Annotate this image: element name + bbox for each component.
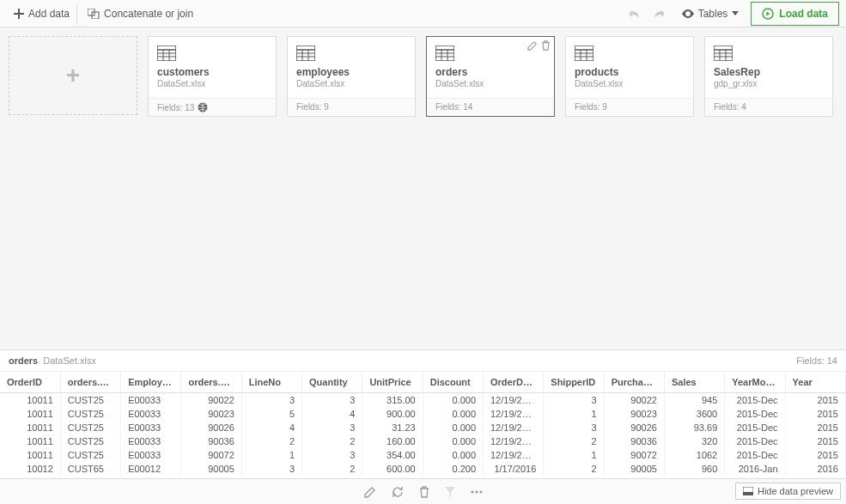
cell: 1/17/2016 — [484, 462, 544, 476]
trash-icon — [541, 40, 551, 51]
add-data-button[interactable]: Add data — [7, 4, 77, 23]
cell: 354.00 — [362, 448, 423, 462]
cell: 2015-Dec — [725, 434, 785, 448]
top-toolbar: Add data Concatenate or join Tables Load… — [0, 0, 846, 27]
card-footer: Fields: 4 — [705, 98, 832, 115]
cell: 0.000 — [423, 407, 483, 421]
cell: 90036 — [181, 434, 241, 448]
column-header[interactable]: EmployeeKey — [121, 372, 181, 393]
table-row[interactable]: 10012CUST65E000129000532600.000.2001/17/… — [0, 462, 846, 476]
cell: 0.000 — [423, 421, 483, 434]
tables-view-button[interactable]: Tables — [675, 4, 746, 23]
cell: 90022 — [181, 393, 241, 408]
delete-button[interactable] — [419, 486, 429, 498]
table-card-SalesRep[interactable]: SalesRepgdp_gr.xlsxFields: 4 — [704, 36, 833, 117]
cell: 12/19/2015 — [484, 421, 544, 434]
table-card-orders[interactable]: ordersDataSet.xlsxFields: 14 — [426, 36, 555, 117]
table-card-employees[interactable]: employeesDataSet.xlsxFields: 9 — [287, 36, 416, 117]
table-row[interactable]: 10011CUST25E000339002354900.000.00012/19… — [0, 407, 846, 421]
cell: 2 — [241, 434, 301, 448]
join-icon — [88, 9, 100, 19]
data-preview-grid[interactable]: OrderIDorders.Cust...EmployeeKeyorders.P… — [0, 372, 846, 478]
cell: 90026 — [604, 421, 664, 434]
load-data-label: Load data — [779, 8, 828, 20]
plus-icon — [14, 9, 24, 19]
cell: E00033 — [121, 434, 181, 448]
preview-fields-count: Fields: 14 — [796, 355, 837, 366]
cell: 90036 — [604, 434, 664, 448]
cell: CUST25 — [60, 421, 120, 434]
cell: CUST25 — [60, 407, 120, 421]
cell: 90005 — [604, 462, 664, 476]
column-header[interactable]: Discount — [423, 372, 483, 393]
cell: 2015 — [785, 448, 845, 462]
cell: 2016 — [785, 462, 845, 476]
column-header[interactable]: ShipperID — [544, 372, 604, 393]
column-header[interactable]: YearMonth — [725, 372, 785, 393]
table-row[interactable]: 10011CUST25E000339002233315.000.00012/19… — [0, 393, 846, 408]
table-card-customers[interactable]: customersDataSet.xlsxFields: 13 — [148, 36, 277, 117]
table-row[interactable]: 10011CUST25E000339007213354.000.00012/19… — [0, 448, 846, 462]
svg-point-36 — [479, 490, 482, 493]
cell: 12/19/2015 — [484, 434, 544, 448]
column-header[interactable]: LineNo — [241, 372, 301, 393]
add-data-label: Add data — [28, 8, 70, 20]
more-button[interactable] — [471, 490, 483, 494]
card-footer: Fields: 13 — [149, 98, 276, 116]
card-footer: Fields: 9 — [566, 98, 693, 115]
cell: E00033 — [121, 407, 181, 421]
cell: 12/19/2015 — [484, 393, 544, 408]
load-data-button[interactable]: Load data — [751, 2, 839, 26]
cell: 1062 — [664, 448, 724, 462]
column-header[interactable]: OrderID — [0, 372, 60, 393]
refresh-button[interactable] — [392, 486, 404, 498]
table-icon — [575, 46, 685, 61]
cell: 2015-Dec — [725, 393, 785, 408]
cell: 3 — [241, 462, 301, 476]
cell: 960 — [664, 462, 724, 476]
cell: 4 — [241, 421, 301, 434]
cell: 12/19/2015 — [484, 407, 544, 421]
hide-preview-button[interactable]: Hide data preview — [735, 483, 841, 500]
canvas-area: + customersDataSet.xlsxFields: 13employe… — [0, 27, 846, 350]
preview-table-source: DataSet.xlsx — [43, 355, 96, 366]
cell: 600.00 — [362, 462, 423, 476]
column-header[interactable]: orders.Prod... — [181, 372, 241, 393]
column-header[interactable]: Sales — [664, 372, 724, 393]
column-header[interactable]: UnitPrice — [362, 372, 423, 393]
cell: 3600 — [664, 407, 724, 421]
edit-button[interactable] — [364, 486, 376, 498]
cell: 2015-Dec — [725, 407, 785, 421]
cards-row: + customersDataSet.xlsxFields: 13employe… — [9, 36, 837, 117]
cell: 3 — [241, 393, 301, 408]
cell: 2 — [302, 462, 362, 476]
cell: 945 — [664, 393, 724, 408]
cell: 90072 — [181, 448, 241, 462]
cell: 10011 — [0, 407, 60, 421]
dots-icon — [471, 490, 483, 494]
add-table-card[interactable]: + — [9, 36, 137, 115]
concatenate-button[interactable]: Concatenate or join — [81, 4, 200, 23]
cell: 320 — [664, 434, 724, 448]
cell: 1 — [544, 407, 604, 421]
cell: 2 — [302, 434, 362, 448]
table-row[interactable]: 10011CUST25E000339003622160.000.00012/19… — [0, 434, 846, 448]
undo-button — [624, 3, 644, 24]
card-delete-button[interactable] — [541, 40, 551, 51]
column-header[interactable]: OrderDate — [484, 372, 544, 393]
table-row[interactable]: 10011CUST25E00033900264331.230.00012/19/… — [0, 421, 846, 434]
column-header[interactable]: Year — [785, 372, 845, 393]
concatenate-label: Concatenate or join — [104, 8, 193, 20]
cell: 3 — [302, 448, 362, 462]
table-card-products[interactable]: productsDataSet.xlsxFields: 9 — [565, 36, 694, 117]
globe-icon — [198, 102, 208, 112]
cell: 2015-Dec — [725, 448, 785, 462]
column-header[interactable]: PurchasedP... — [604, 372, 664, 393]
cell: E00033 — [121, 448, 181, 462]
card-edit-button[interactable] — [527, 40, 538, 51]
cell: 90022 — [604, 393, 664, 408]
cell: 10012 — [0, 462, 60, 476]
filter-button — [445, 487, 455, 497]
column-header[interactable]: Quantity — [302, 372, 362, 393]
column-header[interactable]: orders.Cust... — [60, 372, 120, 393]
